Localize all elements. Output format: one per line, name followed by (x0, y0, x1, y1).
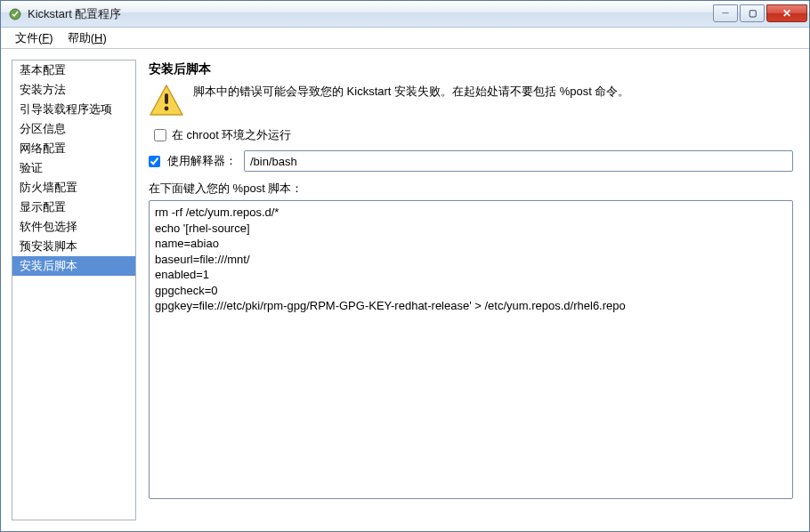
svg-point-3 (165, 107, 169, 111)
maximize-button[interactable]: ▢ (740, 4, 765, 22)
warning-icon (149, 83, 184, 118)
sidebar[interactable]: 基本配置 安装方法 引导装载程序选项 分区信息 网络配置 验证 防火墙配置 显示… (12, 60, 136, 520)
window: Kickstart 配置程序 ─ ▢ ✕ 文件(F) 帮助(H) 基本配置 安装… (0, 0, 810, 532)
sidebar-item-display-config[interactable]: 显示配置 (12, 197, 135, 217)
interpreter-checkbox[interactable] (149, 156, 160, 167)
window-title: Kickstart 配置程序 (28, 6, 711, 22)
close-button[interactable]: ✕ (766, 4, 807, 22)
sidebar-item-pre-install-script[interactable]: 预安装脚本 (12, 237, 135, 256)
svg-rect-2 (165, 93, 168, 104)
main-panel: 安装后脚本 脚本中的错误可能会导致您的 Kickstart 安装失败。在起始处请… (147, 60, 798, 520)
menu-help[interactable]: 帮助(H) (61, 28, 114, 48)
menubar: 文件(F) 帮助(H) (1, 28, 809, 49)
maximize-icon: ▢ (749, 8, 757, 18)
window-controls: ─ ▢ ✕ (711, 5, 807, 23)
close-icon: ✕ (782, 7, 791, 20)
titlebar: Kickstart 配置程序 ─ ▢ ✕ (1, 1, 809, 28)
app-icon (8, 7, 22, 21)
sidebar-item-partition-info[interactable]: 分区信息 (12, 119, 135, 139)
chroot-checkbox[interactable] (154, 129, 166, 141)
interpreter-label[interactable]: 使用解释器： (167, 153, 237, 169)
chroot-label[interactable]: 在 chroot 环境之外运行 (172, 127, 291, 143)
sidebar-item-package-select[interactable]: 软件包选择 (12, 217, 135, 237)
sidebar-item-install-method[interactable]: 安装方法 (12, 80, 135, 100)
minimize-button[interactable]: ─ (713, 4, 738, 22)
sidebar-item-bootloader-options[interactable]: 引导装载程序选项 (12, 100, 135, 119)
interpreter-row: 使用解释器： (149, 150, 793, 172)
script-label: 在下面键入您的 %post 脚本： (149, 181, 793, 197)
sidebar-item-basic-config[interactable]: 基本配置 (12, 60, 135, 80)
chroot-row: 在 chroot 环境之外运行 (149, 127, 793, 143)
sidebar-item-post-install-script[interactable]: 安装后脚本 (12, 256, 135, 276)
warning-row: 脚本中的错误可能会导致您的 Kickstart 安装失败。在起始处请不要包括 %… (149, 83, 793, 118)
menu-file[interactable]: 文件(F) (8, 28, 61, 48)
warning-text: 脚本中的错误可能会导致您的 Kickstart 安装失败。在起始处请不要包括 %… (193, 83, 629, 101)
interpreter-input[interactable] (244, 150, 793, 172)
content: 基本配置 安装方法 引导装载程序选项 分区信息 网络配置 验证 防火墙配置 显示… (1, 49, 809, 531)
minimize-icon: ─ (722, 8, 728, 18)
sidebar-item-authentication[interactable]: 验证 (12, 158, 135, 178)
sidebar-item-firewall-config[interactable]: 防火墙配置 (12, 178, 135, 197)
post-script-textarea[interactable] (149, 200, 793, 499)
section-title: 安装后脚本 (149, 61, 793, 77)
sidebar-item-network-config[interactable]: 网络配置 (12, 139, 135, 158)
